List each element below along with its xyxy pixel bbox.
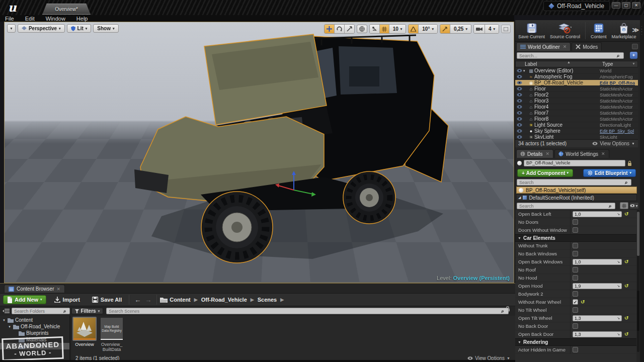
- menu-help[interactable]: Help: [76, 16, 88, 22]
- reset-to-default-icon[interactable]: ↺: [581, 299, 585, 305]
- visibility-toggle[interactable]: [515, 105, 523, 109]
- visibility-toggle[interactable]: [515, 93, 523, 97]
- outliner-row-floor4[interactable]: ⌂ Floor4 StaticMeshActor: [515, 104, 638, 110]
- camera-speed-value[interactable]: 4▾: [485, 25, 499, 33]
- source-control-button[interactable]: Source Control: [550, 23, 580, 39]
- component-self-row[interactable]: BP_Off-Road_Vehicle(self): [516, 187, 637, 194]
- visibility-eye-icon[interactable]: [517, 93, 522, 97]
- save-current-button[interactable]: Save Current: [518, 23, 545, 39]
- close-button[interactable]: ✕: [632, 2, 640, 9]
- close-tab-icon[interactable]: ✕: [563, 44, 567, 49]
- filters-button[interactable]: Filters▾: [71, 308, 104, 314]
- folder-blueprints[interactable]: Blueprints: [0, 330, 69, 336]
- checkbox-no-back-door[interactable]: [573, 323, 578, 329]
- tab-modes[interactable]: Modes: [572, 42, 602, 51]
- visibility-toggle[interactable]: [515, 99, 523, 103]
- lit-mode-button[interactable]: Lit▾: [67, 24, 92, 33]
- rotation-snap-value[interactable]: 10°▾: [419, 25, 437, 33]
- outliner-row-floor[interactable]: ⌂ Floor StaticMeshActor: [515, 86, 638, 92]
- drag-handle-icon[interactable]: ↘: [617, 212, 620, 216]
- visibility-toggle[interactable]: [515, 123, 523, 127]
- visibility-eye-icon[interactable]: [517, 129, 522, 133]
- scale-tool-button[interactable]: [345, 25, 354, 33]
- outliner-row-skylight[interactable]: ☀ SkyLight SkyLight: [515, 134, 638, 139]
- rotation-snap-toggle[interactable]: [409, 25, 419, 33]
- actor-name-field[interactable]: [524, 160, 625, 166]
- drag-handle-icon[interactable]: ↘: [617, 316, 620, 320]
- visibility-toggle[interactable]: [515, 135, 523, 139]
- grid-snap-toggle[interactable]: [380, 25, 389, 33]
- visibility-toggle[interactable]: [515, 87, 523, 90]
- grid-snap-value[interactable]: 10▾: [389, 25, 406, 33]
- property-matrix-button[interactable]: [620, 202, 628, 209]
- property-visibility-button[interactable]: ▼: [629, 202, 639, 209]
- checkbox-without-trunk[interactable]: [573, 243, 578, 248]
- details-search-input[interactable]: [517, 179, 631, 186]
- menu-edit[interactable]: Edit: [25, 16, 35, 22]
- checkbox-no-back-windows[interactable]: [573, 251, 578, 256]
- checkbox-without-rear-wheel[interactable]: ✓: [573, 299, 578, 305]
- surface-snap-button[interactable]: [370, 25, 380, 33]
- outliner-view-options[interactable]: View Options▼: [592, 141, 635, 146]
- scale-snap-toggle[interactable]: [440, 25, 450, 33]
- outliner-column-header[interactable]: Label ▲ Type ▼: [515, 61, 638, 67]
- perspective-button[interactable]: Perspective▾: [18, 24, 65, 33]
- crumb-scenes[interactable]: Scenes: [258, 297, 277, 303]
- tab-world-outliner[interactable]: World Outliner✕: [516, 42, 571, 51]
- reset-to-default-icon[interactable]: ↺: [624, 283, 628, 289]
- visibility-eye-icon[interactable]: [517, 111, 522, 115]
- visibility-eye-icon[interactable]: [517, 81, 522, 84]
- number-field-open-back-windows[interactable]: 1,0↘: [573, 259, 622, 265]
- visibility-eye-icon[interactable]: [517, 75, 522, 78]
- checkbox-no-tilt-wheel[interactable]: [573, 307, 578, 313]
- tab-world-settings[interactable]: World Settings✕: [554, 149, 609, 158]
- visibility-eye-icon[interactable]: [517, 99, 522, 103]
- visibility-toggle[interactable]: [515, 129, 523, 133]
- properties-search-input[interactable]: [517, 203, 615, 209]
- number-field-open-back-door[interactable]: 1,3↘: [573, 331, 622, 337]
- checkbox-bodywork-2[interactable]: [573, 291, 578, 297]
- search-folders-input[interactable]: [12, 308, 70, 314]
- visibility-eye-icon[interactable]: [517, 69, 522, 72]
- reset-to-default-icon[interactable]: ↺: [624, 259, 628, 264]
- number-field-open-hood[interactable]: 1,9↘: [573, 283, 622, 289]
- checkbox-no-hood[interactable]: [573, 275, 578, 281]
- tab-content-browser[interactable]: Content Browser✕: [4, 285, 65, 293]
- outliner-row-floor2[interactable]: ⌂ Floor2 StaticMeshActor: [515, 92, 638, 98]
- menu-file[interactable]: File: [5, 16, 14, 22]
- import-button[interactable]: Import: [50, 295, 84, 304]
- checkbox-actor-hidden-in-game[interactable]: [573, 347, 578, 352]
- actor-type-link[interactable]: Edit BP_Sky_Spl: [600, 129, 638, 134]
- add-component-button[interactable]: +Add Component▾: [517, 169, 573, 177]
- visibility-eye-icon[interactable]: [517, 123, 522, 127]
- section-rendering[interactable]: ▼Rendering: [515, 338, 636, 346]
- outliner-row-atmospheric-fog[interactable]: ≈ Atmospheric Fog AtmosphericFog: [515, 74, 638, 80]
- translate-tool-button[interactable]: [325, 25, 335, 33]
- menu-window[interactable]: Window: [46, 16, 65, 22]
- outliner-add-icon[interactable]: +: [630, 52, 637, 59]
- level-document-tab[interactable]: Overview*: [42, 4, 91, 15]
- outliner-row-floor8[interactable]: ⌂ Floor8 StaticMeshActor: [515, 116, 638, 122]
- visibility-eye-icon[interactable]: [517, 87, 522, 90]
- visibility-eye-icon[interactable]: [517, 135, 522, 139]
- viewport-options-dropdown[interactable]: ▼: [7, 24, 16, 33]
- world-local-toggle[interactable]: [357, 25, 367, 33]
- outliner-row-floor3[interactable]: ⌂ Floor3 StaticMeshActor: [515, 98, 638, 104]
- scale-snap-value[interactable]: 0,25▾: [450, 25, 471, 33]
- visibility-eye-icon[interactable]: [517, 105, 522, 109]
- folder-off-road-vehicle[interactable]: ▾Off-Road_Vehicle: [0, 323, 69, 330]
- number-field-open-tilt-wheel[interactable]: 1,3↘: [573, 315, 622, 321]
- checkbox-doors-without-window[interactable]: [573, 227, 578, 233]
- add-new-button[interactable]: Add New▾: [3, 295, 46, 304]
- level-name-link[interactable]: Overview (Persistent): [453, 275, 510, 281]
- outliner-row-floor7[interactable]: ⌂ Floor7 StaticMeshActor: [515, 110, 638, 116]
- maximize-button[interactable]: ▢: [622, 2, 630, 9]
- number-field-open-back-left[interactable]: 1,0↘: [573, 211, 622, 217]
- outliner-row-light-source[interactable]: ☀ Light Source DirectionalLight: [515, 122, 638, 128]
- forward-button[interactable]: →: [143, 296, 153, 304]
- crumb-content[interactable]: Content: [170, 297, 191, 303]
- outliner-row-bp-off-road-vehicle[interactable]: ◉ BP_Off-Road_Vehicle Edit BP_Off-Roa: [515, 80, 638, 86]
- search-assets-input[interactable]: [106, 308, 509, 314]
- folder-content[interactable]: ▾Content: [0, 317, 69, 323]
- component-root-row[interactable]: ◢ DefaultSceneRoot (Inherited): [516, 194, 637, 201]
